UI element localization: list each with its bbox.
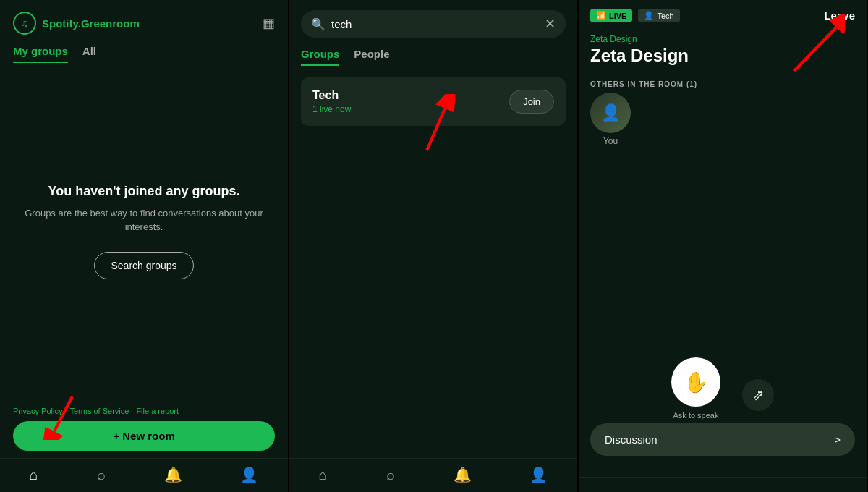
panel2-bottom-nav: ⌂ ⌕ 🔔 👤 bbox=[289, 458, 577, 492]
empty-state: You haven't joined any groups. Groups ar… bbox=[0, 63, 288, 399]
search-icon: 🔍 bbox=[311, 17, 326, 31]
participant-item: 👤 You bbox=[590, 93, 631, 146]
app-name: Spotify.Greenroom bbox=[42, 17, 140, 30]
profile-nav-icon[interactable]: 👤 bbox=[240, 466, 258, 483]
participant-name: You bbox=[590, 136, 631, 146]
bell-nav-icon-p2[interactable]: 🔔 bbox=[454, 466, 472, 483]
tech-badge: 👤 Tech bbox=[638, 9, 679, 22]
person-icon: 👤 bbox=[644, 11, 654, 20]
tab-people[interactable]: People bbox=[354, 48, 389, 66]
raise-hand-button[interactable]: ✋ bbox=[671, 357, 720, 407]
panel3-bottom-nav bbox=[579, 477, 867, 492]
room-badges: 📶 LIVE 👤 Tech bbox=[590, 9, 680, 22]
empty-subtitle: Groups are the best way to find conversa… bbox=[14, 206, 273, 234]
signal-icon: 📶 bbox=[596, 11, 606, 20]
ask-speak-label: Ask to speak bbox=[673, 411, 719, 420]
discussion-button[interactable]: Discussion > bbox=[590, 423, 855, 456]
calendar-icon[interactable]: ▦ bbox=[263, 15, 275, 31]
result-name: Tech bbox=[312, 89, 351, 102]
empty-title: You haven't joined any groups. bbox=[48, 184, 240, 199]
svg-line-3 bbox=[427, 109, 445, 150]
arrow-indicator-p3 bbox=[787, 14, 845, 75]
participant-avatar: 👤 bbox=[590, 93, 631, 133]
arrow-indicator-p2 bbox=[405, 94, 456, 155]
tab-groups[interactable]: Groups bbox=[301, 48, 339, 66]
spotify-logo: ♫ bbox=[13, 12, 36, 35]
p2-tabs: Groups People bbox=[289, 48, 577, 73]
panel1-bottom-nav: ⌂ ⌕ 🔔 👤 bbox=[0, 458, 288, 492]
tab-all[interactable]: All bbox=[82, 45, 96, 63]
search-groups-button[interactable]: Search groups bbox=[94, 252, 193, 279]
bell-nav-icon[interactable]: 🔔 bbox=[164, 466, 182, 483]
home-nav-icon-p2[interactable]: ⌂ bbox=[318, 467, 327, 483]
report-link[interactable]: File a report bbox=[136, 407, 179, 415]
panel-my-groups: ♫ Spotify.Greenroom ▦ My groups All You … bbox=[0, 0, 289, 492]
share-button[interactable]: ⇗ bbox=[742, 379, 774, 411]
result-sub: 1 live now bbox=[312, 104, 351, 114]
result-info: Tech 1 live now bbox=[312, 89, 351, 114]
search-input[interactable] bbox=[331, 18, 539, 30]
participants-area: 👤 You bbox=[579, 93, 867, 146]
svg-line-1 bbox=[54, 396, 72, 431]
search-nav-icon-p2[interactable]: ⌕ bbox=[386, 467, 395, 483]
search-bar[interactable]: 🔍 ✕ bbox=[301, 10, 566, 38]
panel1-header: ♫ Spotify.Greenroom ▦ bbox=[0, 0, 288, 35]
live-badge: 📶 LIVE bbox=[590, 9, 632, 22]
ask-to-speak-area: ✋ Ask to speak bbox=[671, 357, 720, 420]
join-button[interactable]: Join bbox=[509, 90, 554, 114]
svg-line-5 bbox=[794, 27, 836, 71]
section-label: OTHERS IN THE ROOM (1) bbox=[579, 75, 867, 93]
room-actions: ✋ Ask to speak ⇗ bbox=[579, 357, 867, 420]
tab-my-groups[interactable]: My groups bbox=[13, 45, 68, 63]
close-icon[interactable]: ✕ bbox=[545, 16, 556, 32]
profile-nav-icon-p2[interactable]: 👤 bbox=[529, 466, 548, 483]
arrow-indicator bbox=[43, 389, 87, 443]
discussion-bar: Discussion > bbox=[590, 423, 855, 456]
avatar-image: 👤 bbox=[590, 93, 631, 133]
home-nav-icon[interactable]: ⌂ bbox=[29, 467, 38, 483]
logo-area: ♫ Spotify.Greenroom bbox=[13, 12, 140, 35]
panel-room: 📶 LIVE 👤 Tech Leave Zeta Design Zeta Des… bbox=[579, 0, 868, 492]
panel-search: 🔍 ✕ Groups People Tech 1 live now Join ⌂… bbox=[289, 0, 579, 492]
search-nav-icon[interactable]: ⌕ bbox=[97, 467, 106, 483]
p1-tabs: My groups All bbox=[0, 35, 288, 63]
